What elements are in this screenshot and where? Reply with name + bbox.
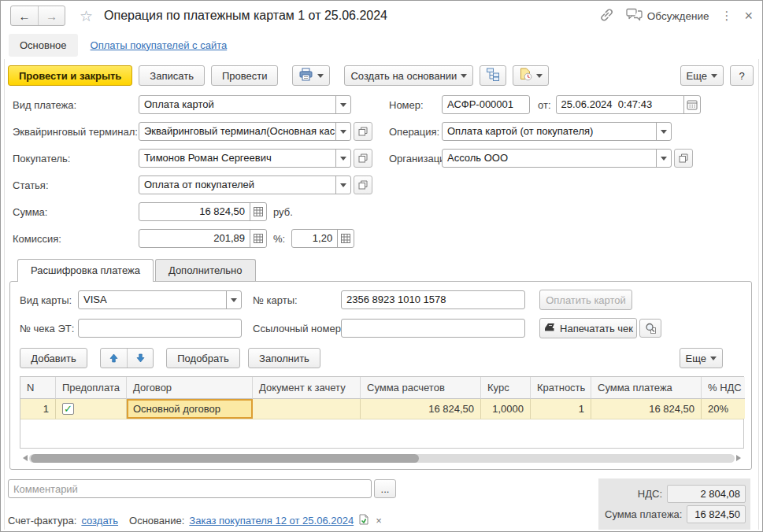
operation-select[interactable]: Оплата картой (от покупателя) — [442, 122, 672, 141]
tab-main[interactable]: Основное — [9, 34, 78, 57]
item-open-button[interactable] — [354, 175, 372, 194]
forward-button[interactable]: → — [38, 6, 65, 25]
card-number-label: № карты: — [242, 294, 341, 306]
col-offset-document[interactable]: Документ к зачету — [253, 377, 361, 399]
close-icon[interactable]: × — [744, 9, 753, 23]
col-rate[interactable]: Курс — [481, 377, 531, 399]
back-button[interactable]: ← — [11, 6, 38, 25]
write-button[interactable]: Записать — [139, 65, 205, 86]
table-more-button[interactable]: Еще — [680, 348, 723, 368]
chevron-down-icon[interactable] — [335, 176, 350, 194]
cell-multiplicity[interactable]: 1 — [531, 399, 591, 419]
basis-link[interactable]: Заказ покупателя 12 от 25.06.2024 — [189, 515, 354, 526]
printer-icon — [298, 68, 313, 83]
table-header-row: N Предоплата Договор Документ к зачету С… — [20, 377, 743, 399]
tab-additional[interactable]: Дополнительно — [155, 259, 256, 281]
scrollbar-track[interactable] — [29, 454, 735, 463]
invoice-create-link[interactable]: создать — [81, 515, 118, 526]
receipt-preview-button[interactable] — [639, 319, 661, 338]
payment-kind-select[interactable]: Оплата картой — [139, 95, 351, 114]
commission-percent-input[interactable]: 1,20 — [291, 229, 354, 248]
number-input[interactable]: АСФР-000001 — [442, 95, 530, 114]
percent-label: %: — [273, 233, 285, 245]
scroll-left-icon[interactable] — [20, 455, 28, 461]
calculator-icon[interactable] — [337, 230, 354, 247]
cell-vat[interactable]: 20% — [702, 399, 745, 419]
chevron-down-icon[interactable] — [226, 291, 241, 308]
item-select[interactable]: Оплата от покупателей — [139, 175, 351, 194]
card-type-select[interactable]: VISA — [78, 290, 242, 309]
get-link-icon[interactable] — [599, 8, 614, 24]
print-receipt-button[interactable]: Напечатать чек — [539, 318, 637, 338]
comment-input[interactable] — [8, 479, 372, 498]
prepaid-checkbox[interactable]: ✓ — [62, 403, 74, 415]
card-number-input[interactable]: 2356 8923 1010 1578 — [341, 290, 525, 309]
discussion-control[interactable]: Обсуждение — [626, 8, 709, 24]
receipt-et-input[interactable] — [78, 319, 242, 338]
print-button[interactable] — [292, 65, 330, 86]
col-multiplicity[interactable]: Кратность — [531, 377, 591, 399]
open-basis-icon[interactable] — [358, 514, 369, 527]
tab-payment-details[interactable]: Расшифровка платежа — [17, 259, 154, 282]
terminal-select[interactable]: Эквайринговый терминал(Основная кас — [139, 122, 351, 141]
col-settlement-amount[interactable]: Сумма расчетов — [361, 377, 481, 399]
cell-rate[interactable]: 1,0000 — [481, 399, 531, 419]
date-input[interactable]: 25.06.2024 0:47:43 — [556, 95, 701, 114]
cell-contract-selected[interactable]: Основной договор — [127, 399, 253, 419]
move-down-button[interactable] — [127, 349, 153, 368]
col-contract[interactable]: Договор — [127, 377, 253, 399]
scroll-right-icon[interactable] — [736, 455, 744, 461]
col-vat[interactable]: % НДС — [702, 377, 745, 399]
more-button[interactable]: Еще — [680, 65, 724, 86]
cell-offset-document[interactable] — [253, 399, 361, 419]
calendar-icon[interactable] — [683, 96, 700, 113]
chevron-down-icon[interactable] — [335, 123, 350, 140]
col-prepaid[interactable]: Предоплата — [56, 377, 127, 399]
organization-open-button[interactable] — [674, 149, 693, 168]
scrollbar-thumb[interactable] — [31, 454, 419, 463]
document-structure-button[interactable] — [480, 65, 506, 86]
post-and-close-button[interactable]: Провести и закрыть — [8, 65, 132, 86]
chevron-down-icon[interactable] — [335, 150, 350, 167]
chevron-down-icon[interactable] — [656, 150, 671, 167]
commission-input[interactable]: 201,89 — [139, 229, 267, 248]
post-button[interactable]: Провести — [211, 65, 279, 86]
terminal-open-button[interactable] — [354, 122, 372, 141]
help-button[interactable]: ? — [730, 65, 754, 86]
favorite-star-icon[interactable]: ☆ — [80, 9, 93, 24]
buyer-open-button[interactable] — [354, 149, 372, 168]
chevron-down-icon[interactable] — [656, 123, 671, 140]
buyer-select[interactable]: Тимонов Роман Сергеевич — [139, 149, 351, 168]
tab-site-payments[interactable]: Оплаты покупателей с сайта — [91, 39, 228, 51]
amount-input[interactable]: 16 824,50 — [139, 202, 267, 221]
cell-prepaid[interactable]: ✓ — [56, 399, 127, 419]
vat-total-label: НДС: — [605, 488, 667, 500]
move-row-group — [100, 348, 154, 368]
payment-kind-label: Вид платежа: — [13, 99, 139, 111]
ref-number-input[interactable] — [341, 319, 525, 338]
organization-select[interactable]: Ассоль ООО — [442, 149, 672, 168]
fill-button[interactable]: Заполнить — [248, 348, 320, 368]
document-log-button[interactable] — [513, 65, 549, 86]
more-label: Еще — [687, 70, 707, 82]
pick-button[interactable]: Подобрать — [166, 348, 240, 368]
cell-n[interactable]: 1 — [20, 399, 56, 419]
chevron-down-icon[interactable] — [335, 96, 350, 113]
cell-settlement-amount[interactable]: 16 824,50 — [361, 399, 481, 419]
add-row-button[interactable]: Добавить — [20, 348, 87, 368]
menu-kebab-icon[interactable]: ⋮ — [720, 9, 732, 23]
table-toolbar: Добавить Подобрать Заполнить — [20, 348, 742, 368]
move-up-button[interactable] — [101, 349, 127, 368]
col-n[interactable]: N — [20, 377, 56, 399]
discussion-label: Обсуждение — [647, 10, 709, 22]
col-payment-amount[interactable]: Сумма платежа — [591, 377, 702, 399]
calculator-icon[interactable] — [250, 203, 266, 220]
pay-by-card-button[interactable]: Оплатить картой — [539, 290, 632, 310]
table-row[interactable]: 1 ✓ Основной договор 16 824,50 1,0000 1 … — [20, 399, 743, 419]
create-based-on-button[interactable]: Создать на основании — [344, 65, 473, 86]
horizontal-scrollbar[interactable] — [20, 453, 744, 463]
calculator-icon[interactable] — [250, 230, 266, 247]
clear-basis-icon[interactable]: × — [376, 515, 382, 526]
comment-more-button[interactable]: ... — [374, 479, 396, 498]
cell-payment-amount[interactable]: 16 824,50 — [591, 399, 702, 419]
